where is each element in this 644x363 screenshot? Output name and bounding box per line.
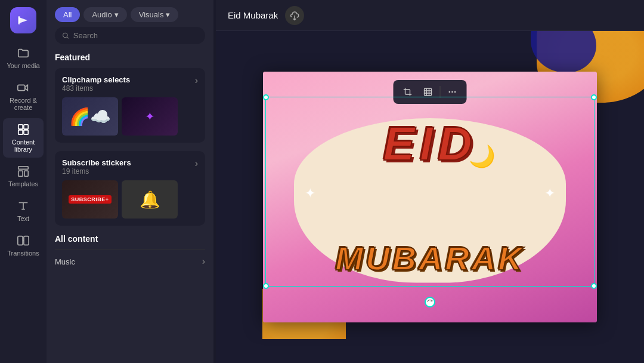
svg-point-13	[449, 91, 451, 93]
icon-sidebar: Your media Record & create Content libra…	[0, 0, 47, 363]
thumbnail-dark: ✦	[122, 97, 178, 136]
music-row[interactable]: Music ›	[55, 250, 205, 273]
canvas-container: EID 🌙 ✦ ✦ MUBARAK	[216, 31, 644, 363]
moon-icon: 🌙	[469, 144, 496, 169]
sidebar-item-label: Your media	[7, 62, 39, 69]
eid-mubarak-sticker[interactable]: EID 🌙 ✦ ✦ MUBARAK	[287, 114, 573, 287]
chevron-down-icon: ▾	[166, 10, 170, 19]
templates-icon	[17, 165, 30, 178]
all-content-title: All content	[55, 234, 205, 244]
svg-rect-6	[18, 167, 29, 170]
svg-rect-12	[425, 88, 432, 96]
sidebar-item-your-media[interactable]: Your media	[3, 42, 44, 74]
filter-audio-button[interactable]: Audio ▾	[83, 7, 126, 22]
svg-rect-2	[18, 125, 23, 129]
sidebar-item-label: Content library	[5, 139, 41, 153]
search-bar[interactable]	[55, 27, 205, 44]
star-right-icon: ✦	[544, 186, 555, 201]
canvas-toolbar	[394, 80, 467, 104]
sidebar-item-label: Transitions	[7, 250, 39, 257]
featured-title: Featured	[55, 53, 205, 62]
text-icon	[17, 199, 30, 213]
video-camera-icon	[17, 81, 30, 94]
collection-name: Subscribe stickers	[62, 158, 131, 167]
thumbnail-subscribe: SUBSCRIBE+	[62, 180, 118, 219]
fit-button[interactable]	[419, 82, 438, 101]
content-library-icon	[17, 123, 30, 136]
sidebar-item-templates[interactable]: Templates	[3, 160, 44, 192]
thumbnail-bell: 🔔	[122, 180, 178, 219]
crop-button[interactable]	[398, 82, 417, 101]
star-left-icon: ✦	[305, 186, 315, 201]
collection-card-clipchamp-selects[interactable]: Clipchamp selects 483 items › 🌈☁️ ✦	[55, 68, 205, 143]
svg-rect-9	[18, 236, 23, 245]
thumbnail-rainbow: 🌈☁️	[62, 97, 118, 136]
filter-all-button[interactable]: All	[55, 7, 80, 22]
sidebar-item-label: Record & create	[5, 97, 41, 111]
transitions-icon	[17, 234, 30, 247]
app-logo	[10, 7, 36, 33]
sidebar-item-label: Text	[17, 215, 29, 222]
collection-count: 19 items	[62, 167, 131, 176]
panel-toolbar: All Audio ▾ Visuals ▾	[47, 0, 213, 27]
main-header: Eid Mubarak	[216, 0, 644, 31]
mubarak-text: MUBARAK	[335, 242, 524, 275]
svg-point-15	[454, 91, 456, 93]
sidebar-item-transitions[interactable]: Transitions	[3, 229, 44, 262]
content-panel: All Audio ▾ Visuals ▾ Featured Clipchamp…	[47, 0, 213, 363]
sidebar-item-record-create[interactable]: Record & create	[3, 76, 44, 116]
svg-rect-3	[24, 125, 28, 129]
filter-visuals-button[interactable]: Visuals ▾	[131, 7, 179, 22]
svg-rect-5	[24, 130, 28, 134]
panel-scroll: Featured Clipchamp selects 483 items › 🌈…	[47, 50, 213, 363]
sidebar-item-text[interactable]: Text	[3, 195, 44, 227]
chevron-right-icon: ›	[195, 158, 198, 169]
music-label: Music	[55, 257, 75, 266]
search-input[interactable]	[73, 31, 198, 40]
chevron-down-icon: ▾	[114, 10, 119, 19]
eid-text: EID	[383, 120, 476, 168]
svg-point-14	[451, 91, 453, 93]
collection-card-subscribe-stickers[interactable]: Subscribe stickers 19 items › SUBSCRIBE+…	[55, 151, 205, 226]
svg-point-11	[63, 33, 67, 37]
folder-icon	[17, 47, 30, 60]
sidebar-item-content-library[interactable]: Content library	[3, 118, 44, 158]
sidebar-item-label: Templates	[8, 180, 38, 187]
svg-rect-8	[24, 171, 28, 176]
canvas-frame[interactable]: EID 🌙 ✦ ✦ MUBARAK	[263, 72, 597, 322]
svg-rect-0	[18, 16, 20, 24]
svg-rect-7	[18, 171, 23, 176]
collection-count: 483 items	[62, 84, 130, 93]
svg-rect-10	[24, 236, 29, 245]
svg-rect-1	[18, 85, 25, 90]
search-icon	[62, 32, 70, 40]
more-options-button[interactable]	[443, 82, 462, 101]
collection-name: Clipchamp selects	[62, 75, 130, 84]
chevron-right-icon: ›	[202, 256, 205, 267]
project-name: Eid Mubarak	[228, 10, 278, 20]
cloud-save-button[interactable]	[285, 6, 304, 25]
main-area: Eid Mubarak	[216, 0, 644, 363]
svg-rect-4	[18, 130, 23, 134]
chevron-right-icon: ›	[195, 75, 198, 86]
